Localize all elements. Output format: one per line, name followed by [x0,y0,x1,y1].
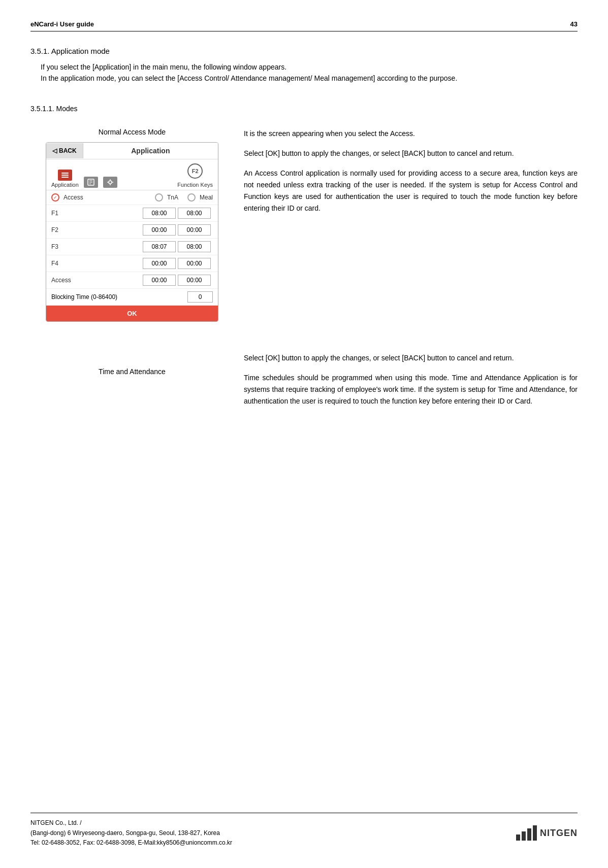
nav-item-f2[interactable]: F2 Function Keys [177,163,213,188]
intro-line-1: If you select the [Application] in the m… [41,61,578,73]
intro-text: If you select the [Application] in the m… [30,61,578,84]
access-radio[interactable] [51,193,59,202]
ta-desc-1: Select [OK] button to apply the changes,… [244,352,578,364]
access-time2[interactable] [178,275,211,286]
attendance-nav-icon [84,177,98,188]
footer-line3: Tel: 02-6488-3052, Fax: 02-6488-3098, E-… [30,838,232,848]
nitgen-logo-bars [516,825,537,841]
nav-item-attendance[interactable] [84,177,98,188]
f2-time1[interactable] [143,224,176,236]
function-keys-label: Function Keys [177,182,213,188]
ta-section: Time and Attendance Select [OK] button t… [30,352,578,415]
svg-rect-2 [61,177,69,178]
ta-desc-2: Time schedules should be programmed when… [244,372,578,407]
bar3 [527,828,531,841]
f3-label: F3 [51,243,77,250]
f3-time1[interactable] [143,241,176,252]
f1-label: F1 [51,210,77,217]
nav-item-settings[interactable] [103,177,117,188]
svg-point-7 [109,181,112,184]
f4-label: F4 [51,260,77,267]
settings-nav-icon [103,177,117,188]
app-nav-icon [58,170,72,181]
access-desc-2: Select [OK] button to apply the changes,… [244,148,578,159]
f2-row: F2 [46,222,218,239]
ta-right: Select [OK] button to apply the changes,… [244,352,578,415]
footer-logo: NITGEN [516,825,578,841]
subsection-title: 3.5.1.1. Modes [30,105,578,113]
app-ui-mockup: ◁ BACK Application [46,142,218,322]
blocking-row: Blocking Time (0-86400) [46,289,218,306]
bar1 [516,834,520,841]
footer-text: NITGEN Co., Ltd. / (Bangi-dong) 6 Wiryes… [30,818,232,848]
ok-button[interactable]: OK [46,306,218,321]
back-button[interactable]: ◁ BACK [46,143,83,158]
f4-row: F4 [46,255,218,272]
f1-time1[interactable] [143,208,176,219]
meal-radio[interactable] [187,193,196,202]
nav-app-label: Application [51,182,79,188]
doc-title: eNCard-i User guide [30,20,94,28]
back-label: BACK [59,147,77,154]
svg-rect-0 [61,173,69,174]
f2-label: F2 [51,226,77,233]
access-desc-3: An Access Control application is normall… [244,168,578,214]
app-ui-title: Application [83,143,218,159]
normal-access-column: Normal Access Mode ◁ BACK Application [30,128,244,322]
svg-rect-1 [61,175,69,176]
access-label: Access [51,277,77,284]
ta-label: Time and Attendance [30,368,234,376]
f2-time2[interactable] [178,224,211,236]
normal-access-label: Normal Access Mode [30,128,234,136]
footer-line1: NITGEN Co., Ltd. / [30,818,232,828]
access-desc-1: It is the screen appearing when you sele… [244,128,578,140]
nav-item-app[interactable]: Application [51,170,79,188]
back-arrow-icon: ◁ [52,147,57,154]
blocking-label: Blocking Time (0-86400) [51,293,187,301]
bar2 [522,831,526,841]
section-title: 3.5.1. Application mode [30,47,578,55]
access-time1[interactable] [143,275,176,286]
page-header: eNCard-i User guide 43 [30,20,578,31]
f4-time1[interactable] [143,258,176,269]
tna-radio[interactable] [155,193,163,202]
blocking-value[interactable] [187,291,213,303]
page: eNCard-i User guide 43 3.5.1. Applicatio… [0,0,608,868]
meal-radio-label: Meal [200,194,213,201]
f1-row: F1 [46,205,218,222]
mode-select-row: Access TnA Meal [46,190,218,205]
nitgen-logo-text: NITGEN [540,828,578,839]
f1-time2[interactable] [178,208,211,219]
ta-left: Time and Attendance [30,352,244,415]
normal-access-description: It is the screen appearing when you sele… [244,128,578,322]
f3-row: F3 [46,239,218,255]
access-row: Access [46,272,218,289]
modes-section: Normal Access Mode ◁ BACK Application [30,128,578,322]
bar4 [533,825,537,841]
f2-badge: F2 [187,163,203,179]
access-radio-label: Access [63,194,83,201]
tna-radio-label: TnA [167,194,178,201]
page-number: 43 [570,20,578,28]
app-nav: Application [46,159,218,190]
footer-line2: (Bangi-dong) 6 Wiryeseong-daero, Songpa-… [30,828,232,838]
f3-time2[interactable] [178,241,211,252]
intro-line-2: In the application mode, you can select … [41,73,578,84]
page-footer: NITGEN Co., Ltd. / (Bangi-dong) 6 Wiryes… [30,813,578,848]
app-ui-header: ◁ BACK Application [46,143,218,159]
f4-time2[interactable] [178,258,211,269]
